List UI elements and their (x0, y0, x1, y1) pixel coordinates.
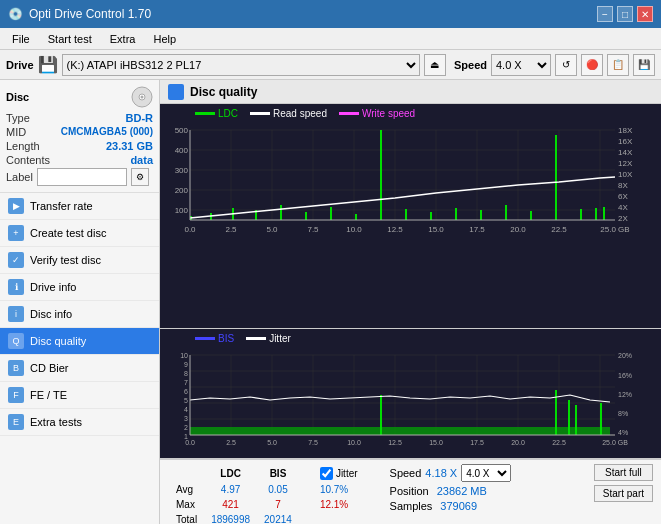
speed-stat-select[interactable]: 4.0 X (461, 464, 511, 482)
refresh-button[interactable]: ↺ (555, 54, 577, 76)
start-full-button[interactable]: Start full (594, 464, 653, 481)
jitter-checkbox[interactable]: Jitter (320, 467, 358, 480)
disc-length-row: Length 23.31 GB (6, 140, 153, 152)
samples-stat-row: Samples 379069 (390, 500, 512, 512)
svg-text:17.5: 17.5 (469, 225, 485, 234)
svg-text:3: 3 (184, 415, 188, 422)
svg-text:100: 100 (175, 206, 189, 215)
app-title: Opti Drive Control 1.70 (29, 7, 151, 21)
svg-text:4%: 4% (618, 429, 628, 436)
panel-title-icon (168, 84, 184, 100)
fe-te-icon: F (8, 387, 24, 403)
start-part-button[interactable]: Start part (594, 485, 653, 502)
length-label: Length (6, 140, 40, 152)
drive-select[interactable]: (K:) ATAPI iHBS312 2 PL17 (62, 54, 420, 76)
svg-rect-44 (480, 210, 482, 220)
nav-label-drive-info: Drive info (30, 281, 76, 293)
cd-bier-icon: B (8, 360, 24, 376)
svg-rect-46 (530, 211, 532, 220)
svg-rect-42 (430, 212, 432, 220)
svg-rect-37 (305, 212, 307, 220)
eject-button[interactable]: ⏏ (424, 54, 446, 76)
disc-contents-row: Contents data (6, 154, 153, 166)
contents-value: data (130, 154, 153, 166)
menu-extra[interactable]: Extra (102, 31, 144, 47)
sidebar-item-transfer-rate[interactable]: ▶ Transfer rate (0, 193, 159, 220)
legend-write-label: Write speed (362, 108, 415, 119)
disc-quality-icon: Q (8, 333, 24, 349)
speed-position-panel: Speed 4.18 X 4.0 X Position 23862 MB Sam… (390, 464, 512, 512)
svg-text:12.5: 12.5 (388, 439, 402, 445)
svg-text:0.0: 0.0 (185, 439, 195, 445)
svg-text:14X: 14X (618, 148, 633, 157)
svg-text:8%: 8% (618, 410, 628, 417)
svg-text:2.5: 2.5 (225, 225, 237, 234)
speed-select[interactable]: 4.0 X (491, 54, 551, 76)
disc-type-row: Type BD-R (6, 112, 153, 124)
menu-help[interactable]: Help (145, 31, 184, 47)
svg-text:8X: 8X (618, 181, 628, 190)
sidebar-item-fe-te[interactable]: F FE / TE (0, 382, 159, 409)
nav-label-disc-quality: Disc quality (30, 335, 86, 347)
label-icon-button[interactable]: ⚙ (131, 168, 149, 186)
sidebar-item-disc-info[interactable]: i Disc info (0, 301, 159, 328)
svg-text:20.0: 20.0 (510, 225, 526, 234)
col-ldc: LDC (205, 466, 256, 481)
title-bar: 💿 Opti Drive Control 1.70 − □ ✕ (0, 0, 661, 28)
disc-info-icon: i (8, 306, 24, 322)
svg-text:12X: 12X (618, 159, 633, 168)
disc-mid-row: MID CMCMAGBA5 (000) (6, 126, 153, 138)
svg-rect-100 (600, 403, 602, 435)
settings-button1[interactable]: 🔴 (581, 54, 603, 76)
menu-bar: File Start test Extra Help (0, 28, 661, 50)
verify-test-disc-icon: ✓ (8, 252, 24, 268)
sidebar-item-cd-bier[interactable]: B CD Bier (0, 355, 159, 382)
svg-text:4: 4 (184, 406, 188, 413)
svg-text:20%: 20% (618, 352, 632, 359)
sidebar-item-disc-quality[interactable]: Q Disc quality (0, 328, 159, 355)
speed-stat-value: 4.18 X (425, 467, 457, 479)
jitter-check[interactable] (320, 467, 333, 480)
sidebar-item-extra-tests[interactable]: E Extra tests (0, 409, 159, 436)
svg-text:7.5: 7.5 (308, 439, 318, 445)
sidebar-item-create-test-disc[interactable]: + Create test disc (0, 220, 159, 247)
minimize-button[interactable]: − (597, 6, 613, 22)
disc-icon (131, 86, 153, 108)
svg-rect-98 (568, 400, 570, 435)
maximize-button[interactable]: □ (617, 6, 633, 22)
svg-rect-95 (190, 427, 610, 435)
svg-rect-39 (355, 214, 357, 220)
avg-ldc: 4.97 (205, 483, 256, 496)
svg-text:5: 5 (184, 397, 188, 404)
label-input[interactable] (37, 168, 127, 186)
max-ldc: 421 (205, 498, 256, 511)
legend-ldc: LDC (195, 108, 238, 119)
total-label: Total (170, 513, 203, 524)
svg-text:18X: 18X (618, 126, 633, 135)
svg-text:2: 2 (184, 424, 188, 431)
sidebar-item-drive-info[interactable]: ℹ Drive info (0, 274, 159, 301)
nav-label-verify-test-disc: Verify test disc (30, 254, 101, 266)
svg-text:6: 6 (184, 388, 188, 395)
svg-rect-38 (330, 207, 332, 220)
sidebar-item-verify-test-disc[interactable]: ✓ Verify test disc (0, 247, 159, 274)
chart1-svg: 500 400 300 200 100 18X 16X 14X 12X 10X … (160, 120, 661, 235)
svg-text:300: 300 (175, 166, 189, 175)
drive-toolbar: Drive 💾 (K:) ATAPI iHBS312 2 PL17 ⏏ Spee… (0, 50, 661, 80)
panel-title-bar: Disc quality (160, 80, 661, 104)
svg-rect-43 (455, 208, 457, 220)
nav-label-disc-info: Disc info (30, 308, 72, 320)
position-stat-row: Position 23862 MB (390, 485, 512, 497)
nav-label-create-test-disc: Create test disc (30, 227, 106, 239)
menu-file[interactable]: File (4, 31, 38, 47)
length-value: 23.31 GB (106, 140, 153, 152)
settings-button2[interactable]: 📋 (607, 54, 629, 76)
save-button[interactable]: 💾 (633, 54, 655, 76)
svg-rect-40 (380, 130, 382, 220)
close-button[interactable]: ✕ (637, 6, 653, 22)
svg-text:9: 9 (184, 361, 188, 368)
nav-label-transfer-rate: Transfer rate (30, 200, 93, 212)
transfer-rate-icon: ▶ (8, 198, 24, 214)
svg-rect-45 (505, 205, 507, 220)
menu-start-test[interactable]: Start test (40, 31, 100, 47)
